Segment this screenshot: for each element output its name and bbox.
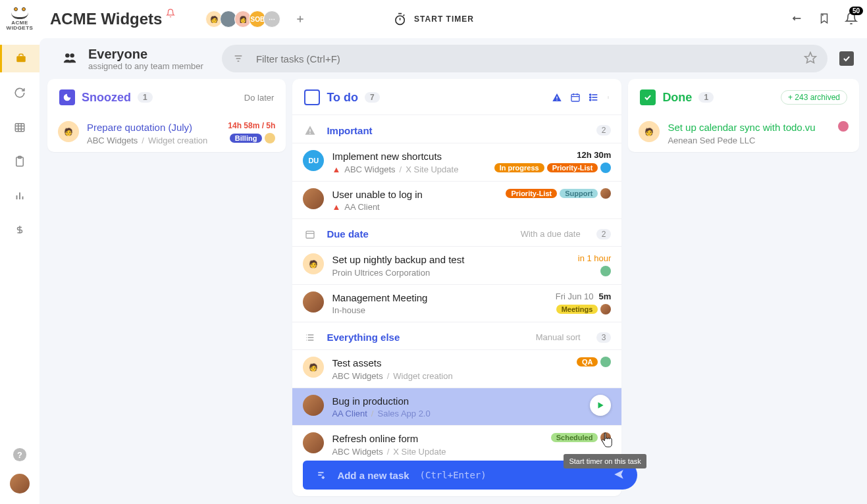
task-row[interactable]: 🧑 Set up calendar sync with todo.vu Aene…: [628, 114, 859, 152]
column-todo: To do 7 Important 2 DU Implement new sho…: [292, 79, 621, 496]
task-title: User unable to log in: [332, 188, 498, 201]
svg-point-37: [590, 99, 591, 101]
main-area: Everyone assigned to any team member Sno…: [39, 38, 867, 504]
nav-refresh[interactable]: [0, 79, 39, 107]
timer-label: START TIMER: [414, 14, 474, 24]
nav-clipboard[interactable]: [0, 147, 39, 175]
star-icon[interactable]: [804, 51, 817, 66]
archived-link[interactable]: + 243 archived: [781, 90, 847, 105]
calendar-view-icon[interactable]: [570, 92, 581, 103]
task-row[interactable]: 🧑 Test assets ABC Widgets/Widget creatio…: [292, 349, 621, 388]
list-view-icon[interactable]: [589, 92, 599, 103]
page-title: Everyone: [88, 47, 203, 61]
task-avatar: 🧑: [303, 253, 324, 274]
task-row[interactable]: 🧑 Prepare quotation (July) ABC Widgets/W…: [47, 114, 286, 152]
task-row-hovered[interactable]: Bug in production AA Client/Sales App 2.…: [292, 388, 621, 426]
todo-title: To do: [327, 91, 358, 105]
stopwatch-icon: [393, 13, 406, 26]
board: Snoozed 1 Do later 🧑 Prepare quotation (…: [47, 79, 859, 496]
section-due[interactable]: Due date With a due date 2: [292, 218, 621, 246]
svg-point-20: [65, 53, 69, 57]
filter-icon: [232, 53, 244, 64]
snoozed-count: 1: [138, 92, 153, 103]
snoozed-hint: Do later: [244, 93, 275, 103]
done-title: Done: [662, 91, 692, 105]
svg-marker-25: [805, 52, 816, 63]
svg-point-21: [70, 53, 74, 57]
warning-icon: [303, 124, 317, 136]
task-row[interactable]: Management Meeting In-house Fri Jun 105m…: [292, 284, 621, 322]
main-header: Everyone assigned to any team member: [47, 38, 859, 79]
task-title: Implement new shortcuts: [332, 150, 486, 163]
section-important[interactable]: Important 2: [292, 114, 621, 143]
nav-reports[interactable]: [0, 182, 39, 209]
svg-rect-7: [16, 56, 26, 62]
task-row[interactable]: DU Implement new shortcuts ▲ABC Widgets/…: [292, 143, 621, 181]
svg-rect-8: [15, 124, 24, 132]
section-else[interactable]: Everything else Manual sort 3: [292, 322, 621, 349]
svg-point-36: [590, 97, 591, 98]
svg-rect-41: [310, 130, 311, 132]
filter-search[interactable]: [222, 45, 828, 72]
alert-icon: ▲: [332, 202, 340, 212]
task-avatar: DU: [303, 150, 324, 171]
task-row[interactable]: 🧑 Set up nightly backup and test Proin U…: [292, 246, 621, 284]
task-row[interactable]: User unable to log in ▲AA Client Priorit…: [292, 181, 621, 219]
task-title: Set up calendar sync with todo.vu: [668, 121, 830, 134]
workspace-title[interactable]: ACME Widgets: [50, 10, 162, 28]
group-icon: [61, 51, 79, 67]
svg-rect-42: [310, 133, 311, 134]
top-bar: ACMEWIDGETS ACME Widgets 🧑 👩 SOB ⋯ START…: [0, 0, 867, 38]
add-task-icon: [315, 469, 327, 481]
app-logo[interactable]: ACMEWIDGETS: [0, 7, 39, 31]
bell-small-icon[interactable]: [166, 9, 175, 20]
svg-marker-51: [598, 402, 604, 408]
svg-rect-28: [571, 94, 579, 101]
snoozed-title: Snoozed: [82, 91, 131, 105]
send-icon[interactable]: [612, 468, 625, 482]
assignee-avatar: [265, 133, 275, 143]
tooltip-start-timer: Start timer on this task: [564, 454, 646, 468]
done-icon: [640, 89, 656, 105]
priority-view-icon[interactable]: [552, 92, 562, 103]
filter-input[interactable]: [256, 53, 792, 64]
add-member-button[interactable]: [292, 11, 308, 27]
page-subtitle: assigned to any team member: [88, 61, 203, 71]
column-snoozed: Snoozed 1 Do later 🧑 Prepare quotation (…: [47, 79, 286, 152]
alert-icon: ▲: [332, 164, 340, 174]
task-avatar: [303, 188, 324, 209]
tag-billing: Billing: [230, 134, 263, 143]
start-timer-play-button[interactable]: [590, 395, 611, 416]
todo-count: 7: [365, 92, 380, 103]
nav-workspace[interactable]: [0, 45, 39, 72]
svg-point-35: [590, 94, 591, 95]
todo-icon: [304, 89, 320, 105]
back-icon[interactable]: [791, 13, 804, 26]
notifications-icon[interactable]: 50: [845, 12, 858, 27]
done-count: 1: [698, 92, 714, 103]
start-timer-button[interactable]: START TIMER: [385, 7, 482, 31]
left-nav-rail: ?: [0, 38, 39, 504]
task-avatar: 🧑: [58, 121, 79, 142]
task-time: 14h 58m / 5h: [228, 121, 275, 130]
column-done: Done 1 + 243 archived 🧑 Set up calendar …: [628, 79, 859, 152]
member-avatars[interactable]: 🧑 👩 SOB ⋯: [208, 11, 280, 28]
play-icon: [596, 401, 605, 410]
svg-point-2: [395, 16, 404, 24]
nav-billing[interactable]: [0, 216, 39, 243]
column-menu-icon[interactable]: [607, 92, 610, 103]
svg-rect-43: [306, 231, 314, 238]
calendar-icon: [303, 229, 317, 239]
svg-rect-26: [557, 97, 558, 99]
svg-point-38: [608, 96, 609, 97]
svg-text:?: ?: [17, 450, 22, 460]
nav-calendar[interactable]: [0, 113, 39, 141]
nav-user-avatar[interactable]: [10, 474, 30, 493]
cursor-pointer: [599, 432, 614, 451]
snooze-icon: [59, 89, 75, 105]
nav-help[interactable]: ?: [0, 447, 39, 462]
show-done-toggle[interactable]: [839, 51, 854, 66]
svg-point-40: [608, 98, 609, 99]
bookmark-icon[interactable]: [818, 12, 830, 27]
notif-count-badge: 50: [849, 7, 863, 15]
